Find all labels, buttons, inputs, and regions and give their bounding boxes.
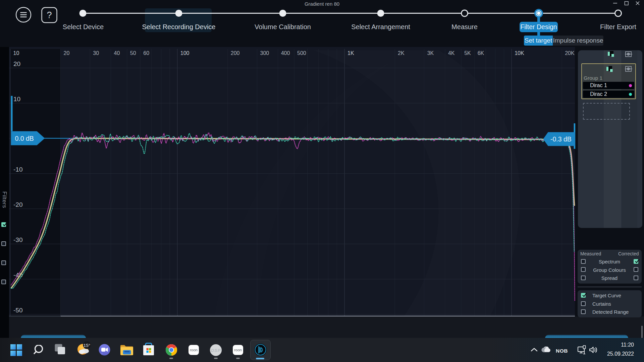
svg-text:500: 500 [297,50,306,56]
svg-text:15°: 15° [84,343,90,348]
svg-text:-10: -10 [13,166,22,173]
svg-text:-20: -20 [13,201,22,208]
svg-text:20: 20 [13,60,20,67]
svg-text:1K: 1K [347,50,354,56]
svg-text:100: 100 [180,50,190,56]
svg-text:200: 200 [231,50,240,56]
svg-text:0.0 dB: 0.0 dB [15,135,34,142]
svg-text:roon: roon [190,348,198,352]
svg-text:40: 40 [114,50,120,56]
svg-text:-0.3 dB: -0.3 dB [550,135,572,143]
svg-text:2K: 2K [398,50,405,56]
svg-text:-30: -30 [13,236,22,243]
svg-text:-50: -50 [13,307,22,314]
svg-text:400: 400 [281,50,290,56]
svg-text:6K: 6K [478,50,484,56]
svg-text:3K: 3K [427,50,434,56]
svg-text:20K: 20K [565,50,575,56]
svg-text:300: 300 [260,50,269,56]
svg-text:DSP: DSP [211,348,221,353]
svg-text:20: 20 [64,50,70,56]
svg-text:10K: 10K [515,50,524,56]
svg-text:50: 50 [130,50,136,56]
svg-text:10: 10 [13,50,19,56]
svg-text:30: 30 [93,50,99,56]
svg-text:10: 10 [13,96,20,103]
svg-text:roon: roon [234,348,242,352]
svg-text:4K: 4K [448,50,455,56]
svg-text:60: 60 [143,50,149,56]
svg-text:5K: 5K [464,50,471,56]
